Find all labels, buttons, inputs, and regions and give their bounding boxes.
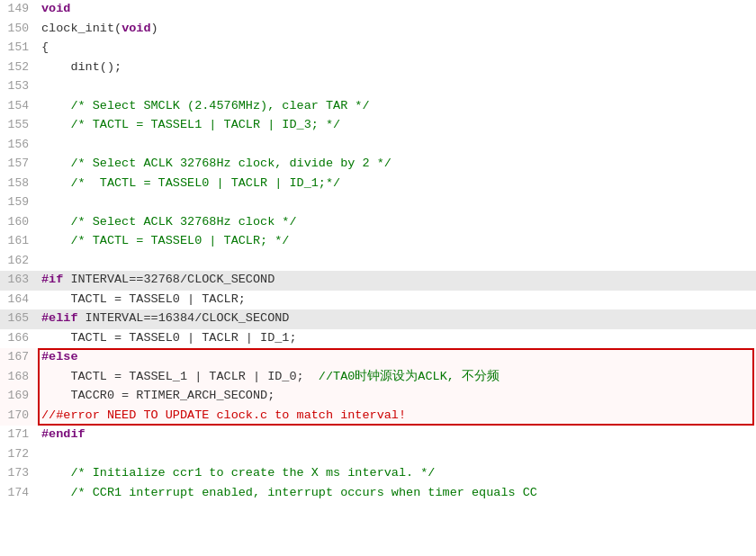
line-content [38,136,756,155]
line-number: 149 [0,0,38,18]
code-line: 158 /* TACTL = TASSEL0 | TACLR | ID_1;*/ [0,175,756,194]
code-line: 161 /* TACTL = TASSEL0 | TACLR; */ [0,232,756,252]
line-number: 171 [0,426,38,444]
line-content: /* Select ACLK 32768Hz clock, divide by … [38,155,756,174]
line-content [38,77,756,96]
code-line: 165#elif INTERVAL==16384/CLOCK_SECOND [0,309,756,329]
line-number: 168 [0,368,38,386]
line-number: 172 [0,445,38,463]
line-number: 165 [0,309,38,327]
line-number: 159 [0,193,38,211]
code-line: 169 TACCR0 = RTIMER_ARCH_SECOND; [0,387,756,407]
line-content: /* Select SMCLK (2.4576MHz), clear TAR *… [38,97,756,116]
code-line: 151{ [0,39,756,58]
line-content: #elif INTERVAL==16384/CLOCK_SECOND [38,309,756,328]
line-number: 162 [0,252,38,270]
line-content: #endif [38,426,756,444]
code-line: 168 TACTL = TASSEL_1 | TACLR | ID_0; //T… [0,368,756,388]
code-line: 162 [0,252,756,272]
code-line: 154 /* Select SMCLK (2.4576MHz), clear T… [0,97,756,117]
code-line: 149void [0,0,756,20]
line-content [38,193,756,212]
code-line: 153 [0,77,756,97]
code-line: 164 TACTL = TASSEL0 | TACLR; [0,291,756,310]
line-content: clock_init(void) [38,20,756,39]
line-content: TACTL = TASSEL_1 | TACLR | ID_0; //TA0时钟… [38,368,756,387]
code-line: 156 [0,136,756,156]
line-number: 166 [0,329,38,347]
line-content [38,252,756,271]
line-content: /* TACTL = TASSEL0 | TACLR; */ [38,232,756,251]
line-content: /* Select ACLK 32768Hz clock */ [38,213,756,232]
line-content: //#error NEED TO UPDATE clock.c to match… [38,407,756,426]
line-content: TACTL = TASSEL0 | TACLR | ID_1; [38,329,756,348]
line-content: /* TACTL = TASSEL1 | TACLR | ID_3; */ [38,116,756,135]
line-content: #if INTERVAL==32768/CLOCK_SECOND [38,271,756,290]
code-line: 170//#error NEED TO UPDATE clock.c to ma… [0,407,756,426]
line-content: TACCR0 = RTIMER_ARCH_SECOND; [38,387,756,406]
code-line: 159 [0,193,756,213]
line-number: 163 [0,271,38,289]
code-line: 163#if INTERVAL==32768/CLOCK_SECOND [0,271,756,291]
code-line: 171#endif [0,426,756,445]
code-line: 167#else [0,348,756,368]
line-number: 155 [0,116,38,134]
line-number: 150 [0,20,38,38]
line-content: /* CCR1 interrupt enabled, interrupt occ… [38,484,756,503]
line-number: 160 [0,213,38,231]
code-line: 166 TACTL = TASSEL0 | TACLR | ID_1; [0,329,756,349]
line-number: 154 [0,97,38,115]
line-content: #else [38,348,756,367]
line-number: 156 [0,136,38,154]
line-number: 152 [0,58,38,76]
line-number: 169 [0,387,38,405]
code-line: 157 /* Select ACLK 32768Hz clock, divide… [0,155,756,175]
line-number: 174 [0,484,38,502]
code-line: 160 /* Select ACLK 32768Hz clock */ [0,213,756,233]
code-line: 152 dint(); [0,58,756,78]
line-number: 157 [0,155,38,173]
line-content [38,445,756,464]
line-number: 153 [0,77,38,95]
line-number: 164 [0,291,38,309]
line-content: { [38,39,756,58]
code-line: 172 [0,445,756,465]
code-container: 149void150clock_init(void)151{152 dint()… [0,0,756,556]
line-number: 158 [0,175,38,193]
line-number: 167 [0,348,38,366]
line-number: 161 [0,232,38,250]
line-number: 151 [0,39,38,57]
line-content: TACTL = TASSEL0 | TACLR; [38,291,756,309]
line-number: 170 [0,407,38,425]
line-content: dint(); [38,58,756,77]
code-line: 173 /* Initialize ccr1 to create the X m… [0,464,756,484]
line-number: 173 [0,464,38,482]
line-content: void [38,0,756,19]
code-line: 155 /* TACTL = TASSEL1 | TACLR | ID_3; *… [0,116,756,136]
code-line: 174 /* CCR1 interrupt enabled, interrupt… [0,484,756,504]
code-line: 150clock_init(void) [0,20,756,40]
line-content: /* Initialize ccr1 to create the X ms in… [38,464,756,483]
line-content: /* TACTL = TASSEL0 | TACLR | ID_1;*/ [38,175,756,193]
